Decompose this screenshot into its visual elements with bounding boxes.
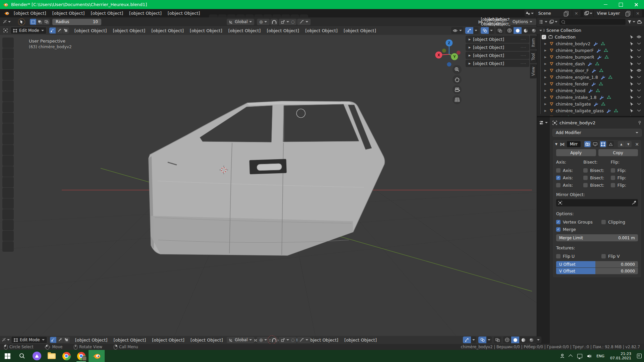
modifier-wrench-icon[interactable] [599,95,605,100]
modifier-wrench-icon[interactable] [591,81,597,86]
mesh-data-icon[interactable] [594,61,600,66]
proportional-editing-toggle[interactable]: ◌ [289,19,297,25]
mesh-data-icon[interactable] [613,108,619,113]
move-modifier-down-button[interactable]: ▼ [625,141,632,147]
shading-material-button[interactable] [519,337,527,343]
properties-tab[interactable] [537,231,550,239]
workspace-tab[interactable] [290,14,299,17]
outliner-object-row[interactable]: ▶ chimère_bumperF [537,47,644,54]
xray-toggle-bottom[interactable] [494,337,501,343]
blender-taskbar-icon[interactable] [89,350,105,362]
shading-solid-button[interactable] [514,27,522,34]
viewport-menu-item[interactable]: [object Object] [149,338,187,343]
new-view-layer-button[interactable] [623,10,634,17]
workspace-tab[interactable] [254,14,263,17]
falloff-dropdown-bottom[interactable] [297,337,311,343]
selectable-icon[interactable] [629,101,635,107]
edge-select-mode[interactable] [57,337,63,343]
properties-editor-type-dropdown[interactable] [537,119,550,127]
eye-icon[interactable] [636,34,642,40]
tool-button[interactable] [2,70,14,80]
vertex-groups-checkbox[interactable]: ✓Vertex Groups [556,218,601,226]
action-center-icon[interactable] [635,350,644,362]
mesh-data-icon[interactable] [606,95,612,100]
properties-tab[interactable] [537,156,550,164]
grip-icon[interactable]: ···· [521,46,526,49]
file-explorer-icon[interactable] [44,350,59,362]
shading-wireframe-button[interactable] [503,337,511,343]
tool-button[interactable] [2,38,14,48]
add-modifier-dropdown[interactable]: Add Modifier [552,129,642,137]
scene-selector[interactable]: Scene × [525,10,581,17]
gizmo-axis-neg[interactable] [457,51,461,55]
properties-tab[interactable] [537,241,550,249]
workspace-tab[interactable] [272,14,281,17]
tool-button[interactable] [2,231,14,241]
pan-button[interactable] [452,75,462,84]
options-dropdown[interactable]: Options [510,19,536,25]
radius-slider[interactable]: Radius 10 [52,19,101,25]
copy-button[interactable]: Copy [598,149,638,156]
editor-type-dropdown[interactable] [539,20,547,24]
shading-material-button[interactable] [522,27,530,34]
car-model[interactable] [149,101,385,255]
mesh-data-icon[interactable] [595,88,601,93]
selectable-icon[interactable] [629,48,635,53]
viewport-menu-item[interactable]: [object Object] [302,28,341,33]
face-select-mode[interactable] [63,27,69,34]
axis-checkbox-row[interactable]: Flip: [611,174,638,181]
checkbox[interactable] [611,176,615,180]
selectable-icon[interactable] [629,88,635,93]
outliner-object-row[interactable]: ▶ chimère_intake_1.8 [537,94,644,101]
eye-icon[interactable] [636,54,642,60]
n-panel-section[interactable]: ▶ [object Object] ···· [466,44,529,51]
unlink-scene-button[interactable]: × [572,11,581,16]
checkbox[interactable] [583,168,588,173]
viewport-editor-type-button[interactable] [2,27,9,34]
grip-icon[interactable]: ···· [521,54,526,57]
modifier-wrench-icon[interactable] [587,61,593,66]
language-indicator[interactable]: ENG [594,350,607,362]
tool-button[interactable] [2,177,14,187]
workspace-tab[interactable] [263,14,272,17]
n-panel-tab[interactable]: Tool [530,50,537,63]
workspace-tab[interactable] [227,14,236,17]
pin-icon[interactable] [638,121,642,125]
select-mode-extend[interactable] [37,19,43,25]
tool-button[interactable] [2,209,14,220]
modifier-editmode-toggle[interactable] [600,141,606,147]
disclosure-icon[interactable]: ▶ [544,49,547,52]
eye-icon[interactable] [636,101,642,107]
people-icon[interactable] [557,350,567,362]
selectable-icon[interactable] [629,34,635,40]
n-panel-section[interactable]: ▶ [object Object] ···· [466,36,529,43]
disclosure-icon[interactable]: ▶ [544,76,547,79]
properties-tab[interactable] [537,184,550,192]
view-layer-selector[interactable]: View Layer × [583,10,642,17]
modifier-wrench-icon[interactable] [600,74,606,80]
disclosure-icon[interactable]: ▶ [544,109,547,112]
merge-checkbox[interactable]: ✓Merge [553,226,641,233]
properties-tab[interactable] [537,166,550,174]
eye-icon[interactable] [636,81,642,86]
disclosure-icon[interactable]: ▶ [544,89,547,92]
outliner-object-row[interactable]: ▶ chimère_door_F [537,67,644,74]
properties-tab[interactable] [537,213,550,221]
viewport-menu-item[interactable]: [object Object] [225,28,264,33]
checkbox[interactable] [611,183,615,187]
viewport-menu-item[interactable]: [object Object] [187,28,225,33]
disclosure-icon[interactable]: ▶ [544,42,547,45]
eye-icon[interactable] [636,74,642,80]
snap-toggle[interactable] [270,19,278,25]
delete-modifier-button[interactable]: × [635,141,639,147]
outliner-object-row[interactable]: ▶ chimère_bodyv2 [537,40,644,47]
falloff-dropdown[interactable] [297,19,311,25]
shading-rendered-button[interactable] [527,337,535,343]
outliner-object-row[interactable]: ▶ chimère_fender [537,80,644,87]
taskbar-search-button[interactable] [15,350,30,362]
properties-tab[interactable] [537,128,550,136]
camera-view-button[interactable] [452,85,462,94]
eye-icon[interactable] [636,88,642,93]
shading-dropdown[interactable] [539,30,542,31]
modifier-wrench-icon[interactable] [587,88,593,93]
